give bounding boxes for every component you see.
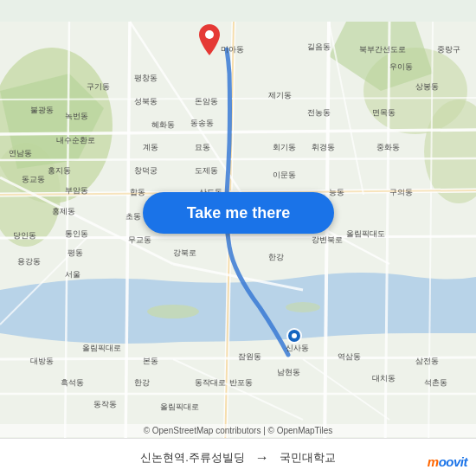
svg-text:한강: 한강 (268, 253, 284, 261)
svg-text:올림픽대도: 올림픽대도 (346, 229, 385, 238)
svg-text:올림픽대로: 올림픽대로 (160, 402, 199, 411)
svg-text:대치동: 대치동 (372, 374, 396, 383)
svg-text:상봉동: 상봉동 (415, 82, 439, 91)
svg-text:역삼동: 역삼동 (338, 352, 361, 361)
map-container: 불광동 구기동 평창동 미아동 길음동 북부간선도로 우이동 상봉동 중랑구 연… (0, 0, 476, 476)
svg-text:도제동: 도제동 (195, 166, 218, 175)
origin-pin (286, 327, 303, 348)
svg-text:무교동: 무교동 (128, 235, 151, 244)
svg-text:혜화동: 혜화동 (151, 120, 175, 129)
svg-text:동송동: 동송동 (190, 119, 214, 127)
svg-text:전농동: 전농동 (307, 108, 331, 117)
svg-text:통인동: 통인동 (65, 229, 88, 238)
destination-label: 국민대학교 (280, 450, 336, 466)
svg-text:평동: 평동 (68, 248, 83, 257)
svg-text:동작대로: 동작대로 (195, 378, 226, 387)
svg-text:부암동: 부암동 (65, 186, 88, 195)
svg-text:본동: 본동 (143, 357, 158, 365)
svg-point-95 (205, 30, 214, 39)
svg-text:초동: 초동 (125, 212, 141, 221)
destination-pin (199, 24, 220, 59)
svg-text:중랑구: 중랑구 (437, 45, 460, 54)
svg-text:용강동: 용강동 (17, 257, 41, 266)
svg-text:석촌동: 석촌동 (424, 378, 447, 387)
svg-text:서울: 서울 (65, 270, 80, 279)
svg-text:동작동: 동작동 (93, 400, 117, 408)
svg-text:중화동: 중화동 (376, 143, 400, 151)
svg-text:능동: 능동 (329, 188, 344, 196)
svg-text:면목동: 면목동 (372, 108, 396, 117)
svg-text:제기동: 제기동 (268, 91, 292, 100)
svg-text:동교동: 동교동 (22, 175, 45, 183)
svg-text:당인동: 당인동 (13, 231, 36, 240)
svg-text:홍지동: 홍지동 (48, 166, 71, 175)
svg-point-8 (286, 302, 320, 312)
svg-text:한강: 한강 (134, 378, 150, 387)
map-svg: 불광동 구기동 평창동 미아동 길음동 북부간선도로 우이동 상봉동 중랑구 연… (0, 0, 476, 476)
svg-text:북부간선도로: 북부간선도로 (359, 45, 406, 54)
moovit-m-letter: m (428, 454, 439, 469)
svg-text:강북로: 강북로 (173, 248, 196, 257)
svg-text:흑석동: 흑석동 (61, 378, 84, 387)
svg-text:대방동: 대방동 (30, 357, 54, 365)
svg-text:평창동: 평창동 (134, 74, 158, 82)
svg-text:회기동: 회기동 (273, 143, 296, 151)
attribution: © OpenStreetMap contributors | © OpenMap… (0, 424, 476, 437)
svg-text:성북동: 성북동 (134, 97, 158, 106)
svg-text:묘동: 묘동 (195, 143, 210, 151)
svg-text:휘경동: 휘경동 (312, 143, 335, 151)
svg-text:녹번동: 녹번동 (65, 112, 88, 120)
take-me-there-button[interactable]: Take me there (143, 192, 334, 234)
svg-text:이문동: 이문동 (273, 170, 296, 179)
bottom-bar: 신논현역.주류성빌딩 → 국민대학교 moovit (0, 438, 476, 476)
svg-text:합동: 합동 (130, 188, 145, 196)
svg-text:길음동: 길음동 (307, 42, 331, 51)
svg-text:삼전동: 삼전동 (415, 357, 439, 365)
svg-text:내수순환로: 내수순환로 (56, 136, 95, 145)
svg-text:창덕궁: 창덕궁 (134, 166, 158, 175)
moovit-logo: moovit (428, 454, 467, 469)
svg-text:반포동: 반포동 (229, 378, 253, 387)
svg-text:불광동: 불광동 (30, 106, 54, 114)
svg-text:강변북로: 강변북로 (312, 235, 343, 244)
svg-text:구의동: 구의동 (389, 188, 413, 196)
arrow-icon: → (255, 450, 269, 466)
svg-text:우이동: 우이동 (389, 62, 413, 71)
svg-text:홍제동: 홍제동 (52, 207, 75, 215)
svg-text:미아동: 미아동 (221, 45, 244, 54)
svg-text:연남동: 연남동 (9, 149, 32, 158)
svg-text:돈암동: 돈암동 (195, 97, 218, 106)
svg-text:올림픽대로: 올림픽대로 (82, 344, 121, 352)
svg-text:잠원동: 잠원동 (238, 352, 261, 361)
svg-point-7 (147, 305, 199, 318)
svg-text:계동: 계동 (143, 143, 158, 151)
svg-text:남현동: 남현동 (277, 368, 300, 376)
svg-text:구기동: 구기동 (87, 82, 110, 91)
origin-label: 신논현역.주류성빌딩 (140, 450, 245, 466)
svg-point-97 (292, 333, 297, 338)
